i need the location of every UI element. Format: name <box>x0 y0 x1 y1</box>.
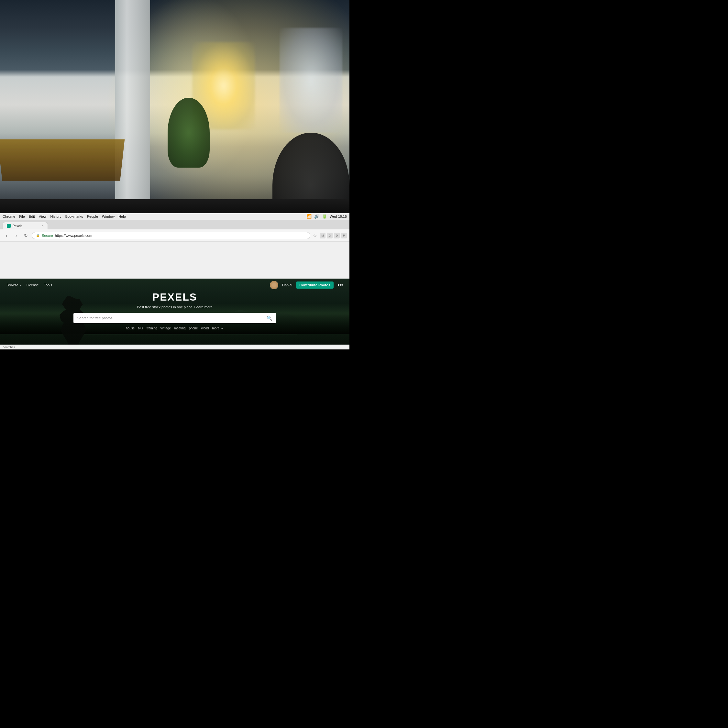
back-button[interactable]: ‹ <box>3 232 10 239</box>
tab-bar: Pexels × <box>0 220 349 229</box>
battery-icon: 🔋 <box>322 214 327 219</box>
pexels-navbar: Browse License Tools Daniel Contribute P… <box>0 278 349 291</box>
user-avatar[interactable] <box>270 281 278 289</box>
quick-tag-wood[interactable]: wood <box>201 326 209 330</box>
office-window-right <box>280 28 342 133</box>
screen-bezel <box>0 199 349 213</box>
menubar-window[interactable]: Window <box>102 214 115 219</box>
tab-title: Pexels <box>12 224 40 228</box>
menubar-history[interactable]: History <box>50 214 61 219</box>
ext-icon-1[interactable]: M <box>320 232 326 239</box>
office-desk <box>0 139 125 180</box>
bottom-searches-bar: Searches <box>0 344 349 349</box>
plant <box>168 98 210 168</box>
pexels-nav-left: Browse License Tools <box>6 283 52 287</box>
menubar-app[interactable]: Chrome <box>3 214 15 219</box>
tagline-text: Best free stock photos in one place. <box>137 305 193 309</box>
pexels-search-bar[interactable]: 🔍 <box>73 313 276 323</box>
address-actions: ☆ <box>312 232 318 239</box>
pexels-website: Browse License Tools Daniel Contribute P… <box>0 278 349 349</box>
ext-icon-2[interactable]: G <box>327 232 333 239</box>
pexels-nav-right: Daniel Contribute Photos ••• <box>270 281 343 289</box>
searches-label: Searches <box>3 346 15 349</box>
clock: Wed 16:15 <box>330 214 347 219</box>
quick-tag-training[interactable]: training <box>147 326 157 330</box>
secure-icon: 🔒 <box>36 234 40 237</box>
menubar-file[interactable]: File <box>19 214 25 219</box>
address-bar-row: ‹ › ↻ 🔒 Secure https://www.pexels.com ☆ … <box>0 229 349 242</box>
more-button[interactable]: ••• <box>338 282 343 288</box>
contribute-photos-button[interactable]: Contribute Photos <box>296 281 333 289</box>
browse-label: Browse <box>6 283 18 287</box>
browser-extensions: M G D P <box>320 232 347 239</box>
ext-icon-4[interactable]: P <box>341 232 347 239</box>
address-url: https://www.pexels.com <box>55 234 306 237</box>
forward-button[interactable]: › <box>12 232 20 239</box>
quick-tags: house blur training vintage meeting phon… <box>126 326 223 330</box>
browse-button[interactable]: Browse <box>6 283 21 287</box>
wifi-icon: 📶 <box>306 214 312 219</box>
quick-tag-vintage[interactable]: vintage <box>161 326 171 330</box>
menubar-view[interactable]: View <box>39 214 47 219</box>
menubar-people[interactable]: People <box>87 214 98 219</box>
secure-label: Secure <box>42 234 53 237</box>
browser-tab-pexels[interactable]: Pexels × <box>3 222 48 229</box>
menubar: Chrome File Edit View History Bookmarks … <box>0 213 349 220</box>
tools-button[interactable]: Tools <box>44 283 52 287</box>
ext-icon-3[interactable]: D <box>334 232 340 239</box>
menubar-bookmarks[interactable]: Bookmarks <box>65 214 83 219</box>
quick-tag-phone[interactable]: phone <box>189 326 198 330</box>
user-avatar-image <box>270 281 278 289</box>
pexels-hero-content: PEXELS Best free stock photos in one pla… <box>0 291 349 330</box>
quick-tag-more[interactable]: more → <box>212 326 223 330</box>
menubar-right: 📶 🔊 🔋 Wed 16:15 <box>306 214 347 219</box>
quick-tag-house[interactable]: house <box>126 326 135 330</box>
reload-button[interactable]: ↻ <box>22 232 30 239</box>
search-icon[interactable]: 🔍 <box>267 315 272 321</box>
address-field[interactable]: 🔒 Secure https://www.pexels.com <box>32 232 310 239</box>
browse-chevron-icon <box>20 284 22 286</box>
learn-more-link[interactable]: Learn more <box>194 305 213 309</box>
tab-close-button[interactable]: × <box>41 223 44 228</box>
user-name[interactable]: Daniel <box>282 283 292 287</box>
browser-chrome: Chrome File Edit View History Bookmarks … <box>0 213 349 349</box>
bookmark-button[interactable]: ☆ <box>312 232 318 239</box>
quick-tag-blur[interactable]: blur <box>138 326 143 330</box>
menubar-edit[interactable]: Edit <box>29 214 35 219</box>
quick-tag-meeting[interactable]: meeting <box>174 326 186 330</box>
search-input[interactable] <box>77 316 264 320</box>
pexels-tagline: Best free stock photos in one place. Lea… <box>137 305 213 309</box>
pexels-logo: PEXELS <box>152 291 197 303</box>
license-button[interactable]: License <box>26 283 39 287</box>
volume-icon: 🔊 <box>314 214 320 219</box>
menubar-help[interactable]: Help <box>118 214 126 219</box>
tab-favicon <box>7 224 11 228</box>
